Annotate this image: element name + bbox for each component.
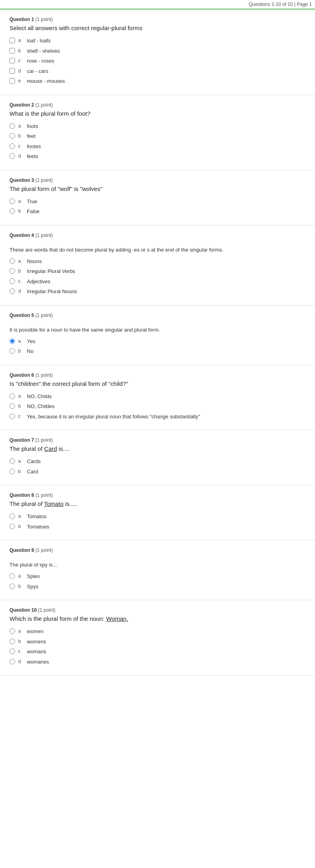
- option-letter-1-1: a: [18, 38, 24, 43]
- option-text-2-1: foots: [27, 122, 38, 130]
- question-subtext-5: It is possible for a noun to have the sa…: [9, 327, 306, 333]
- radio-7-2[interactable]: [9, 469, 15, 474]
- options-list-9: aSpiesbSpys: [9, 572, 306, 590]
- question-text-7: The plural of Card is....: [9, 445, 306, 452]
- question-points-9: (1 point): [35, 548, 53, 553]
- option-item-10-3: cwomans: [9, 648, 306, 656]
- question-text-3: The plural form of "wolf" is "wolves": [9, 185, 306, 192]
- option-text-9-1: Spies: [27, 572, 40, 580]
- option-item-1-3: crose - roses: [9, 57, 306, 65]
- option-item-5-2: bNo: [9, 347, 306, 355]
- radio-10-4[interactable]: [9, 659, 15, 664]
- checkbox-1-5[interactable]: [9, 78, 15, 84]
- radio-8-2[interactable]: [9, 524, 15, 529]
- option-letter-4-4: d: [18, 288, 24, 294]
- option-letter-6-1: a: [18, 393, 24, 399]
- question-number-7: Question 7: [9, 437, 34, 443]
- question-number-9: Question 9: [9, 548, 34, 553]
- options-list-6: aNO, ChildsbNO, ChildescYes, because it …: [9, 393, 306, 421]
- question-meta-6: Question 6 (1 point): [9, 372, 306, 378]
- option-item-4-3: cAdjectives: [9, 278, 306, 286]
- option-item-2-4: dfeets: [9, 153, 306, 160]
- option-item-2-1: afoots: [9, 122, 306, 130]
- radio-4-3[interactable]: [9, 279, 15, 284]
- radio-10-1[interactable]: [9, 628, 15, 634]
- question-block-8: Question 8 (1 point)The plural of Tomato…: [0, 485, 315, 540]
- radio-2-3[interactable]: [9, 143, 15, 149]
- option-letter-7-2: b: [18, 469, 24, 474]
- question-points-7: (1 point): [35, 437, 53, 443]
- option-text-6-1: NO, Childs: [27, 393, 52, 401]
- radio-6-1[interactable]: [9, 393, 15, 399]
- radio-2-2[interactable]: [9, 133, 15, 139]
- question-number-6: Question 6: [9, 372, 34, 378]
- question-meta-8: Question 8 (1 point): [9, 492, 306, 498]
- radio-2-1[interactable]: [9, 123, 15, 129]
- question-meta-1: Question 1 (1 point): [9, 17, 306, 22]
- question-meta-2: Question 2 (1 point): [9, 102, 306, 108]
- option-text-8-2: Tomatoes: [27, 523, 49, 531]
- radio-3-1[interactable]: [9, 198, 15, 204]
- checkbox-1-2[interactable]: [9, 48, 15, 53]
- question-subtext-4: These are words that do not become plura…: [9, 247, 306, 253]
- radio-2-4[interactable]: [9, 153, 15, 159]
- question-block-4: Question 4 (1 point)These are words that…: [0, 225, 315, 305]
- questions-container: Question 1 (1 point)Select all answers w…: [0, 10, 315, 675]
- option-letter-10-2: b: [18, 639, 24, 644]
- option-item-1-2: bshelf - shelves: [9, 47, 306, 55]
- question-block-10: Question 10 (1 point)Which is the plural…: [0, 600, 315, 675]
- checkbox-1-4[interactable]: [9, 68, 15, 74]
- radio-8-1[interactable]: [9, 513, 15, 519]
- option-letter-1-5: e: [18, 78, 24, 84]
- question-meta-4: Question 4 (1 point): [9, 233, 306, 238]
- radio-7-1[interactable]: [9, 458, 15, 464]
- radio-4-4[interactable]: [9, 288, 15, 294]
- option-text-4-3: Adjectives: [27, 278, 50, 286]
- option-letter-9-1: a: [18, 573, 24, 579]
- option-letter-6-2: b: [18, 403, 24, 409]
- question-number-3: Question 3: [9, 177, 34, 183]
- radio-4-2[interactable]: [9, 268, 15, 274]
- radio-6-2[interactable]: [9, 403, 15, 409]
- option-text-2-2: feet: [27, 132, 36, 140]
- option-text-4-1: Nouns: [27, 258, 42, 265]
- question-text-2: What is the plural form of foot?: [9, 110, 306, 117]
- option-item-8-2: bTomatoes: [9, 523, 306, 531]
- option-letter-3-1: a: [18, 198, 24, 204]
- question-number-10: Question 10: [9, 607, 37, 613]
- question-number-2: Question 2: [9, 102, 34, 108]
- radio-10-2[interactable]: [9, 639, 15, 644]
- radio-4-1[interactable]: [9, 258, 15, 264]
- option-letter-1-2: b: [18, 48, 24, 53]
- radio-10-3[interactable]: [9, 649, 15, 654]
- option-item-6-3: cYes, because it is an irregular plural …: [9, 413, 306, 421]
- checkbox-1-1[interactable]: [9, 38, 15, 43]
- radio-3-2[interactable]: [9, 208, 15, 214]
- question-block-3: Question 3 (1 point)The plural form of "…: [0, 170, 315, 225]
- option-letter-4-2: b: [18, 268, 24, 274]
- question-points-6: (1 point): [35, 372, 53, 378]
- radio-5-2[interactable]: [9, 348, 15, 354]
- option-item-1-1: aloaf - loafs: [9, 37, 306, 45]
- option-text-1-3: rose - roses: [27, 57, 54, 65]
- option-text-10-3: womans: [27, 648, 46, 656]
- option-text-5-1: Yes: [27, 338, 35, 345]
- options-list-10: awomenbwomenscwomansdwomanes: [9, 628, 306, 666]
- radio-9-2[interactable]: [9, 584, 15, 589]
- option-letter-1-4: d: [18, 68, 24, 74]
- option-item-4-4: dIrregular Plural Nouns: [9, 288, 306, 296]
- option-item-2-3: cfootes: [9, 143, 306, 151]
- checkbox-1-3[interactable]: [9, 58, 15, 63]
- option-text-3-1: True: [27, 198, 37, 206]
- radio-5-1[interactable]: [9, 338, 15, 344]
- question-number-8: Question 8: [9, 492, 34, 498]
- underline-word-10: Woman.: [106, 615, 128, 622]
- radio-9-1[interactable]: [9, 573, 15, 579]
- option-text-6-3: Yes, because it is an irregular plural n…: [27, 413, 200, 421]
- question-subtext-9: The plural of spy is...: [9, 562, 306, 568]
- radio-6-3[interactable]: [9, 414, 15, 419]
- page-indicator: Questions 1-10 of 10 | Page 1: [249, 2, 312, 7]
- option-text-4-2: Irregular Plural Verbs: [27, 267, 75, 275]
- question-block-1: Question 1 (1 point)Select all answers w…: [0, 10, 315, 95]
- question-points-1: (1 point): [35, 17, 53, 22]
